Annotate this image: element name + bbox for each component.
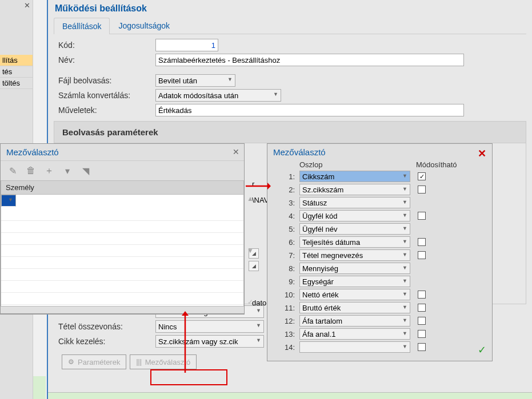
sidebar-item-2[interactable]: töltés — [0, 78, 33, 89]
row-number: 2: — [277, 186, 299, 194]
list-row[interactable] — [1, 233, 243, 245]
row-number: 11: — [277, 304, 299, 312]
modifiable-checkbox[interactable] — [418, 238, 426, 246]
field-chooser-right-popup: Mezőválasztó ✕ Oszlop Módosítható 1:Cikk… — [267, 143, 493, 361]
row-number: 14: — [277, 343, 299, 352]
konv-label: Számla konvertálás: — [58, 91, 155, 100]
modifiable-checkbox[interactable] — [418, 172, 426, 180]
scroll-down-icon[interactable]: ▼ — [247, 247, 254, 255]
tab-jogosultsagok[interactable]: Jogosultságok — [110, 17, 178, 34]
modifiable-checkbox[interactable] — [418, 251, 426, 259]
parameterek-button-label: Paraméterek — [78, 358, 120, 366]
parameterek-button[interactable]: ⚙ Paraméterek — [62, 354, 126, 369]
column-select[interactable]: Nettó érték — [299, 289, 410, 300]
modifiable-cell — [410, 304, 433, 312]
row-number: 5: — [277, 225, 299, 233]
col-oszlop-header: Oszlop — [299, 160, 416, 169]
row-number: 1: — [277, 172, 299, 181]
column-select[interactable]: Áfa tartalom — [299, 315, 410, 327]
row-number: 7: — [277, 251, 299, 260]
column-select[interactable]: Áfa anal.1 — [299, 328, 410, 340]
trash-icon[interactable]: 🗑 — [25, 164, 37, 177]
modifiable-checkbox[interactable] — [418, 186, 426, 194]
col-mod-header: Módosítható — [416, 160, 467, 169]
close-icon[interactable]: ✕ — [233, 147, 239, 156]
tetel-select[interactable]: Nincs — [155, 320, 264, 333]
main-bottom-edge — [48, 392, 532, 399]
modifiable-checkbox[interactable] — [418, 343, 426, 351]
column-select[interactable] — [299, 341, 410, 353]
konv-select[interactable]: Adatok módosítása után — [155, 89, 281, 102]
sidebar-item-0[interactable]: llítás — [0, 55, 33, 66]
column-select[interactable]: Státusz — [299, 197, 410, 208]
fajl-label: Fájl beolvasás: — [58, 76, 155, 85]
list-header[interactable]: Személy — [1, 180, 244, 195]
column-row: 2:Sz.cikkszám — [277, 183, 483, 196]
cikk-select[interactable]: Sz.cikkszám vagy sz.cik — [155, 335, 264, 348]
field-chooser-right-title: Mezőválasztó — [273, 147, 326, 157]
modifiable-checkbox[interactable] — [418, 330, 426, 338]
column-row: 3:Státusz — [277, 196, 483, 209]
list-row-selected[interactable] — [1, 195, 16, 207]
scroll-up-icon[interactable]: ▲ — [247, 195, 254, 203]
mezovalaszto-button[interactable]: ||| Mezőválasztó — [130, 354, 197, 369]
filter-icon[interactable]: ▾ — [61, 164, 74, 177]
column-select[interactable]: Teljesítés dátuma — [299, 236, 410, 248]
cikk-label: Cikk kezelés: — [58, 337, 155, 346]
column-select[interactable]: Cikkszám — [299, 171, 410, 182]
edit-icon[interactable]: ✎ — [6, 164, 19, 177]
modifiable-cell — [410, 251, 433, 259]
column-select[interactable]: Ügyfél név — [299, 223, 410, 235]
column-select[interactable]: Egységár — [299, 276, 410, 287]
modifiable-checkbox[interactable] — [418, 317, 426, 325]
page-title: Működési beállítások — [48, 0, 532, 17]
column-row: 8:Mennyiség — [277, 262, 483, 275]
row-number: 9: — [277, 277, 299, 286]
list-row[interactable] — [1, 281, 243, 293]
kod-label: Kód: — [58, 41, 155, 50]
check-icon[interactable]: ✓ — [247, 298, 253, 306]
list-body[interactable]: ▲ ▼ ✓ — [1, 195, 244, 307]
section-beolvasas-header: Beolvasás paraméterek — [54, 121, 526, 143]
mezovalaszto-button-label: Mezőválasztó — [145, 358, 190, 366]
column-select[interactable]: Tétel megnevezés — [299, 249, 410, 261]
fajl-select[interactable]: Bevitel után — [155, 74, 235, 87]
column-select[interactable]: Sz.cikkszám — [299, 184, 410, 195]
modifiable-cell — [410, 291, 433, 299]
list-row[interactable] — [1, 209, 243, 221]
modifiable-checkbox[interactable] — [418, 304, 426, 312]
column-select[interactable]: Ügyfél kód — [299, 210, 410, 221]
list-row[interactable] — [1, 269, 243, 281]
row-number: 3: — [277, 199, 299, 207]
tetel-label: Tétel összevonás: — [58, 322, 155, 331]
modifiable-cell — [410, 172, 433, 180]
column-select[interactable]: Mennyiség — [299, 263, 410, 274]
column-row: 9:Egységár — [277, 275, 483, 288]
modifiable-cell — [410, 186, 433, 194]
gear-icon: ⚙ — [68, 358, 74, 366]
list-row[interactable] — [1, 221, 243, 233]
ok-check-icon[interactable]: ✓ — [478, 344, 486, 356]
columns-icon: ||| — [136, 358, 141, 366]
column-select[interactable]: Bruttó érték — [299, 302, 410, 313]
field-chooser-toolbar: ✎ 🗑 ＋ ▾ ◥ — [1, 161, 244, 180]
list-row[interactable] — [1, 293, 243, 305]
clear-filter-icon[interactable]: ◥ — [79, 164, 92, 177]
kod-input[interactable] — [155, 39, 218, 51]
modifiable-checkbox[interactable] — [418, 212, 426, 220]
nev-input[interactable] — [155, 54, 464, 66]
sidebar-close-icon[interactable]: ✕ — [24, 1, 30, 10]
field-chooser-left-title: Mezőválasztó — [6, 147, 59, 157]
sidebar-item-1[interactable]: tés — [0, 66, 33, 78]
muv-input[interactable] — [155, 104, 464, 116]
modifiable-checkbox[interactable] — [418, 291, 426, 299]
tab-beallitasok[interactable]: Beállítások — [54, 18, 110, 34]
close-icon[interactable]: ✕ — [478, 147, 486, 160]
column-row: 1:Cikkszám — [277, 170, 483, 183]
muv-label: Műveletek: — [58, 106, 155, 115]
plus-icon[interactable]: ＋ — [43, 164, 55, 177]
list-row[interactable] — [1, 257, 243, 269]
row-number: 13: — [277, 330, 299, 338]
row-number: 12: — [277, 317, 299, 325]
list-row[interactable] — [1, 245, 243, 257]
